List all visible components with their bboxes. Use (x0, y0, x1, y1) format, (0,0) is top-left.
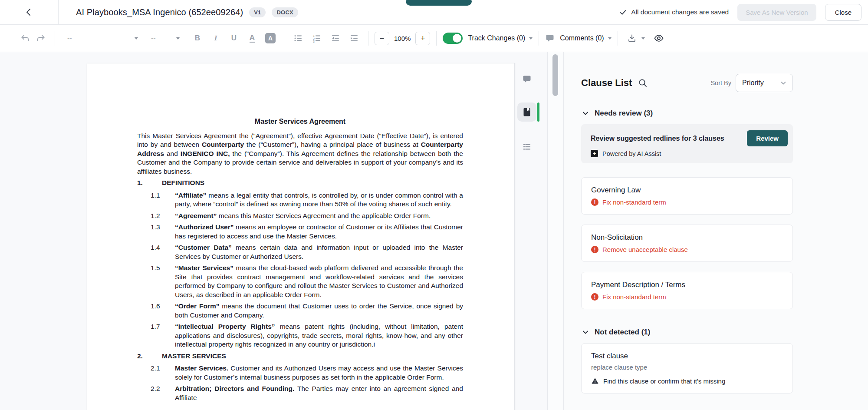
toolbar-divider (284, 31, 284, 46)
alert-circle-icon: ! (591, 293, 598, 301)
clause-library-button[interactable] (517, 102, 536, 122)
section-needs-review[interactable]: Needs review (3) (581, 108, 793, 119)
save-status-label: All document changes are saved (631, 8, 729, 16)
warning-triangle-icon (591, 377, 599, 385)
clause-warning-label: Find this clause or confirm that it's mi… (603, 377, 725, 385)
document-page[interactable]: Master Services AgreementThis Master Ser… (87, 63, 515, 410)
comment-bubble-icon (545, 33, 555, 43)
section-not-detected-label: Not detected (1) (595, 328, 650, 337)
doc-clause-text: “Master Services” means the cloud-based … (175, 264, 463, 299)
doc-clause-number: 1.2 (137, 212, 175, 221)
chevron-down-icon (779, 79, 787, 87)
clause-card-payment-terms[interactable]: Payment Description / Terms ! Fix non-st… (581, 272, 793, 309)
section-needs-review-label: Needs review (3) (595, 109, 653, 118)
active-panel-indicator (537, 102, 539, 122)
clause-title: Non-Solicitation (591, 233, 783, 242)
chevron-down-icon (581, 109, 590, 118)
download-button[interactable] (624, 30, 640, 46)
format-badge: DOCX (272, 7, 298, 17)
zoom-level: 100% (394, 35, 411, 42)
chevron-down-icon (641, 37, 645, 40)
save-as-new-version-button[interactable]: Save As New Version (737, 4, 816, 21)
italic-icon: I (214, 34, 217, 43)
redo-button[interactable] (33, 30, 49, 46)
doc-clause-text: “Intellectual Property Rights” means pat… (175, 322, 463, 349)
outline-list-button[interactable] (517, 137, 536, 156)
clause-card-non-solicitation[interactable]: Non-Solicitation ! Remove unacceptable c… (581, 225, 793, 262)
comments-panel-button[interactable] (517, 69, 536, 89)
bullet-list-button[interactable] (290, 30, 306, 46)
sort-value: Priority (742, 79, 764, 87)
toolbar-divider (368, 31, 368, 46)
doc-clause-number: 1.5 (137, 264, 175, 299)
clause-title: Payment Description / Terms (591, 281, 783, 289)
clause-search-button[interactable] (638, 78, 648, 88)
comment-bubble-icon (522, 74, 532, 84)
clause-status: ! Fix non-standard term (591, 198, 783, 206)
doc-clause-number: 2.1 (137, 364, 175, 382)
save-status: All document changes are saved (619, 8, 729, 16)
numbered-list-icon: 123 (312, 33, 322, 43)
clause-card-test-clause[interactable]: Test clause replace clause type Find thi… (581, 343, 793, 393)
doc-clause-text: Master Services. Customer and its Author… (175, 364, 463, 382)
font-family-select[interactable]: -- (65, 34, 141, 42)
highlight-icon: A (265, 33, 276, 43)
document-body: Master Services AgreementThis Master Ser… (137, 117, 463, 402)
clause-card-governing-law[interactable]: Governing Law ! Fix non-standard term (581, 177, 793, 215)
clause-status-label: Fix non-standard term (602, 198, 666, 206)
numbered-list-button[interactable]: 123 (309, 30, 325, 46)
track-changes-toggle[interactable] (443, 33, 463, 44)
doc-section-title: DEFINITIONS (162, 179, 204, 188)
check-icon (619, 9, 627, 16)
sort-select[interactable]: Priority (736, 74, 793, 92)
text-color-button[interactable]: A (245, 31, 260, 46)
download-options-menu[interactable] (641, 37, 645, 40)
highlight-button[interactable]: A (263, 31, 278, 46)
clause-subtitle: replace clause type (591, 364, 783, 371)
alert-circle-icon: ! (591, 198, 598, 206)
doc-clause: 1.1“Affiliate” means a legal entity that… (137, 191, 463, 209)
doc-section-number: 1. (137, 179, 162, 188)
scrollbar-thumb[interactable] (552, 54, 558, 96)
comments-menu[interactable]: Comments (0) (545, 33, 611, 43)
book-icon (522, 107, 532, 117)
doc-section-heading: 2.MASTER SERVICES (137, 352, 463, 361)
doc-clause-text: “Authorized User” means an employee or c… (175, 223, 463, 241)
doc-clause-number: 1.1 (137, 191, 175, 209)
review-button[interactable]: Review (747, 130, 788, 146)
indent-button[interactable] (346, 30, 362, 46)
doc-clause-text: “Customer Data” means certain data and i… (175, 243, 463, 261)
doc-clause-number: 1.4 (137, 243, 175, 261)
preview-button[interactable] (651, 30, 667, 46)
doc-clause-number: 2.2 (137, 384, 175, 402)
doc-paragraph: This Master Services Agreement the (“Agr… (137, 132, 463, 176)
zoom-out-button[interactable]: − (375, 32, 389, 45)
bold-button[interactable]: B (190, 31, 205, 46)
app-root: AI Playbooks_MSA Ingenico (652ee09264) V… (0, 0, 868, 410)
clause-warning: Find this clause or confirm that it's mi… (591, 377, 783, 385)
version-badge: V1 (249, 7, 266, 17)
italic-button[interactable]: I (208, 31, 223, 46)
undo-button[interactable] (17, 30, 33, 46)
font-size-select[interactable]: -- (148, 34, 182, 42)
panel-scroll-gutter (548, 52, 564, 410)
top-overflow-button[interactable] (406, 0, 472, 6)
track-changes-menu[interactable]: Track Changes (0) (463, 34, 533, 42)
close-button[interactable]: Close (825, 4, 861, 21)
toolbar-divider (436, 31, 437, 46)
doc-clause-number: 1.6 (137, 302, 175, 320)
undo-icon (20, 33, 30, 43)
doc-clause-text: Arbitration; Directors and Founding. The… (175, 384, 463, 402)
underline-button[interactable]: U (227, 31, 241, 46)
document-viewer: Master Services AgreementThis Master Ser… (0, 52, 548, 410)
doc-clause-text: “Agreement” means this Master Services A… (175, 212, 463, 221)
outdent-button[interactable] (328, 30, 343, 46)
sort-by-label: Sort By (710, 79, 731, 86)
zoom-in-button[interactable]: + (415, 32, 430, 45)
section-not-detected[interactable]: Not detected (1) (581, 327, 793, 338)
clause-status-label: Fix non-standard term (602, 293, 666, 301)
chevron-down-icon (581, 328, 590, 337)
back-button[interactable] (0, 0, 59, 24)
doc-clause: 1.3“Authorized User” means an employee o… (137, 223, 463, 241)
document-title: Master Services Agreement (137, 117, 463, 126)
